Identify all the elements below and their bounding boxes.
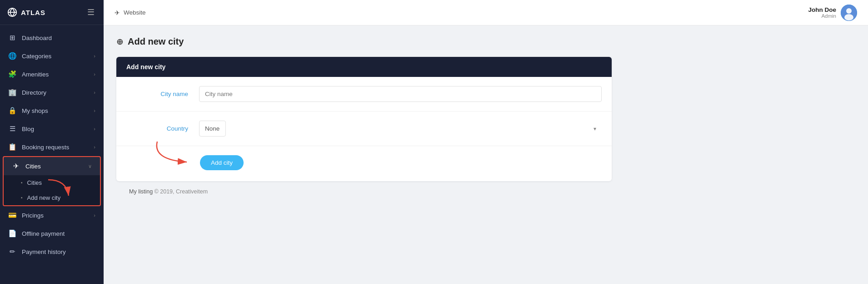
chevron-right-icon: › <box>94 126 95 132</box>
pricings-icon: 💳 <box>8 211 16 219</box>
card-header: Add new city <box>116 57 612 77</box>
topbar-right: John Doe Admin <box>808 5 857 21</box>
sidebar-item-label: Blog <box>22 126 34 132</box>
sidebar-item-label: Categories <box>22 53 51 60</box>
footer-year: © 2019, <box>155 188 175 195</box>
main-area: ✈ Website John Doe Admin ⊕ Add new city <box>104 0 868 284</box>
logo-icon <box>7 7 17 17</box>
dot-icon: • <box>21 180 23 185</box>
sidebar-item-dashboard[interactable]: ⊞ Dashboard <box>0 29 104 47</box>
country-select[interactable]: None <box>199 121 226 137</box>
amenities-icon: 🧩 <box>8 70 16 78</box>
svg-point-4 <box>846 8 852 14</box>
avatar[interactable] <box>841 5 857 21</box>
chevron-down-icon: ▾ <box>594 126 596 132</box>
sidebar-item-offline-payment[interactable]: 📄 Offline payment <box>0 224 104 243</box>
sidebar-item-categories[interactable]: 🌐 Categories › <box>0 47 104 65</box>
cities-icon: ✈ <box>12 162 20 170</box>
logo: ATLAS <box>7 7 45 17</box>
sidebar-item-directory[interactable]: 🏢 Directory › <box>0 83 104 101</box>
sidebar-item-my-shops[interactable]: 🔒 My shops › <box>0 101 104 120</box>
sidebar-item-amenities[interactable]: 🧩 Amenities › <box>0 65 104 83</box>
cities-submenu: • Cities • Add new city <box>4 175 100 205</box>
sidebar-item-cities[interactable]: ✈ Cities ∨ <box>4 157 100 175</box>
city-name-input[interactable] <box>199 86 602 102</box>
country-select-wrapper: None ▾ <box>199 121 602 137</box>
my-shops-icon: 🔒 <box>8 106 16 115</box>
sidebar-item-label: Booking requests <box>22 144 69 151</box>
sidebar-item-blog[interactable]: ☰ Blog › <box>0 120 104 138</box>
content-area: ⊕ Add new city Add new city City name Co… <box>104 25 868 284</box>
city-name-label: City name <box>126 91 199 97</box>
form-action-row: Add city <box>116 146 612 181</box>
chevron-right-icon: › <box>94 213 95 218</box>
sidebar-item-label: Directory <box>22 89 46 96</box>
user-role: Admin <box>808 13 836 19</box>
payment-history-icon: ✏ <box>8 248 16 256</box>
sidebar-subitem-cities[interactable]: • Cities <box>4 175 100 190</box>
chevron-right-icon: › <box>94 90 95 95</box>
footer: My listing © 2019, Creativeitem <box>116 181 855 202</box>
sidebar-item-pricings[interactable]: 💳 Pricings › <box>0 206 104 224</box>
website-link[interactable]: Website <box>124 9 146 16</box>
user-info: John Doe Admin <box>808 6 836 19</box>
sidebar-item-label: Cities <box>25 163 41 170</box>
action-row-wrapper: Add city <box>116 146 612 181</box>
topbar-left: ✈ Website <box>115 9 146 16</box>
logo-text: ATLAS <box>21 9 45 16</box>
chevron-right-icon: › <box>94 108 95 113</box>
country-row: Country None ▾ <box>116 112 612 146</box>
sidebar-subitem-label: Cities <box>27 179 42 186</box>
page-title: ⊕ Add new city <box>116 36 855 47</box>
chevron-right-icon: › <box>94 53 95 59</box>
offline-payment-icon: 📄 <box>8 229 16 238</box>
chevron-right-icon: › <box>94 144 95 150</box>
footer-brand-link[interactable]: My listing <box>129 188 153 195</box>
add-city-card: Add new city City name Country None ▾ <box>116 57 612 181</box>
dot-icon: • <box>21 195 23 200</box>
country-label: Country <box>126 125 199 132</box>
sidebar-item-payment-history[interactable]: ✏ Payment history <box>0 243 104 261</box>
sidebar-item-cities-group: ✈ Cities ∨ • Cities • Add new city <box>3 156 101 206</box>
sidebar-item-label: Amenities <box>22 71 49 78</box>
add-city-button[interactable]: Add city <box>200 155 244 170</box>
dashboard-icon: ⊞ <box>8 34 16 42</box>
add-city-title-icon: ⊕ <box>116 37 123 47</box>
sidebar-header: ATLAS ☰ <box>0 0 104 25</box>
svg-point-5 <box>844 14 853 20</box>
user-name: John Doe <box>808 6 836 13</box>
city-name-row: City name <box>116 77 612 112</box>
chevron-down-icon: ∨ <box>88 163 92 169</box>
website-icon: ✈ <box>115 9 120 16</box>
blog-icon: ☰ <box>8 125 16 133</box>
booking-icon: 📋 <box>8 143 16 151</box>
card-body: City name Country None ▾ <box>116 77 612 181</box>
sidebar-item-booking-requests[interactable]: 📋 Booking requests › <box>0 138 104 156</box>
sidebar-item-label: My shops <box>22 107 48 114</box>
footer-company: Creativeitem <box>176 188 208 195</box>
sidebar-item-label: Payment history <box>22 248 66 255</box>
hamburger-button[interactable]: ☰ <box>85 6 96 18</box>
sidebar-subitem-add-new-city[interactable]: • Add new city <box>4 190 100 205</box>
sidebar-subitem-label: Add new city <box>27 194 61 201</box>
directory-icon: 🏢 <box>8 88 16 96</box>
sidebar-item-label: Dashboard <box>22 35 52 41</box>
chevron-right-icon: › <box>94 71 95 77</box>
topbar: ✈ Website John Doe Admin <box>104 0 868 25</box>
avatar-image <box>841 5 857 21</box>
sidebar-navigation: ⊞ Dashboard 🌐 Categories › 🧩 Amenities ›… <box>0 25 104 284</box>
sidebar-item-label: Pricings <box>22 212 44 219</box>
sidebar: ATLAS ☰ ⊞ Dashboard 🌐 Categories › 🧩 Ame… <box>0 0 104 284</box>
categories-icon: 🌐 <box>8 52 16 60</box>
sidebar-item-label: Offline payment <box>22 230 65 237</box>
